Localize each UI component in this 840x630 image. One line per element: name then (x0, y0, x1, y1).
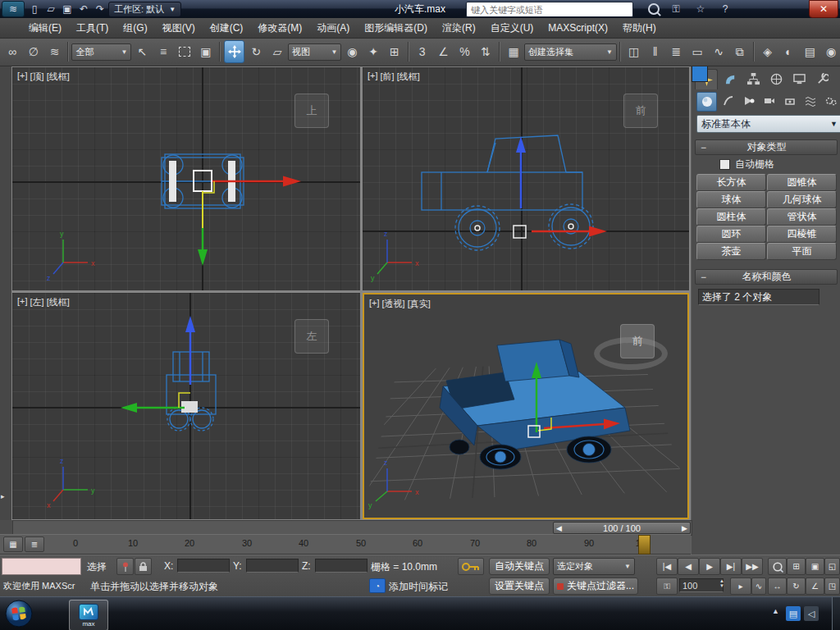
viewport-menu-general[interactable]: [+] (368, 71, 378, 83)
viewport-menu-shading[interactable]: [线框] (47, 71, 70, 83)
current-frame-field[interactable] (679, 578, 724, 592)
menu-customize[interactable]: 自定义(U) (483, 18, 541, 38)
play-icon[interactable]: ▶ (699, 558, 720, 575)
zoom-all-icon[interactable]: ⊞ (787, 558, 806, 575)
named-selection-set-dropdown[interactable]: 创建选择集▼ (524, 43, 617, 61)
viewcube[interactable]: 前 (623, 94, 658, 128)
redo-icon[interactable]: ↷ (92, 2, 108, 16)
taskbar-app-3dsmax[interactable]: max (69, 600, 108, 630)
subtab-helpers[interactable] (780, 92, 799, 110)
undo-icon[interactable]: ↶ (75, 2, 92, 16)
viewport-menu-pov[interactable]: [左] (30, 296, 44, 308)
button-sphere[interactable]: 球体 (696, 191, 766, 208)
subtab-systems[interactable] (821, 92, 840, 110)
previous-frame-icon[interactable]: ◀ (678, 558, 699, 575)
go-to-end-icon[interactable]: ▶▶ (742, 558, 763, 575)
current-frame-marker[interactable] (638, 535, 651, 555)
viewcube[interactable]: 前 (620, 324, 655, 358)
auto-key-button[interactable]: 自动关键点 (489, 558, 550, 575)
search-input[interactable] (466, 2, 633, 17)
button-tube[interactable]: 管状体 (767, 208, 837, 226)
zoom-region-icon[interactable]: ◱ (824, 558, 840, 575)
graphite-ribbon-icon[interactable]: ▭ (687, 41, 707, 62)
align-icon[interactable]: ‖ (646, 41, 665, 62)
set-key-button[interactable]: 设置关键点 (489, 578, 550, 595)
z-coordinate-field[interactable] (315, 559, 368, 573)
track-bar[interactable]: ▦ ≣ 0 10 20 30 40 50 60 70 80 90 100 (0, 534, 691, 555)
select-and-manipulate-icon[interactable]: ✦ (363, 41, 383, 62)
set-key-key-icon[interactable] (458, 558, 484, 575)
menu-rendering[interactable]: 渲染(R) (435, 18, 483, 38)
zoom-icon[interactable] (768, 558, 787, 575)
percent-snap-icon[interactable]: % (454, 41, 474, 62)
key-filters-button[interactable]: 关键点过滤器... (553, 578, 638, 595)
frame-spinner[interactable]: ▲▼ (719, 578, 724, 588)
start-button[interactable] (5, 600, 33, 630)
viewport-front[interactable]: [+] [前] [线框] 前 (363, 67, 689, 290)
viewport-menu-shading[interactable]: [线框] (47, 296, 70, 308)
unlink-icon[interactable]: ∅ (24, 41, 43, 62)
save-icon[interactable]: ▣ (59, 2, 75, 16)
x-coordinate-field[interactable] (177, 559, 230, 573)
zoom-extents-icon[interactable]: ▣ (806, 558, 824, 575)
schematic-view-icon[interactable]: ⧉ (730, 41, 750, 62)
render-production-icon[interactable]: ◉ (821, 41, 840, 62)
help-icon[interactable]: ? (717, 2, 733, 16)
snap-toggle-3d-icon[interactable]: 3 (413, 41, 432, 62)
tab-motion[interactable] (765, 69, 787, 89)
button-pyramid[interactable]: 四棱锥 (767, 226, 837, 243)
maximize-viewport-icon[interactable]: ◳ (824, 578, 840, 595)
curve-editor-icon[interactable]: ∿ (709, 41, 728, 62)
button-cylinder[interactable]: 圆柱体 (696, 208, 766, 226)
frame-forward-arrow[interactable]: ▶ (682, 524, 687, 532)
reference-coordinate-dropdown[interactable]: 视图▼ (288, 43, 341, 61)
subtab-geometry[interactable] (696, 92, 717, 112)
object-color-swatch[interactable] (692, 66, 708, 82)
render-setup-icon[interactable]: ◐ (779, 41, 799, 62)
menu-help[interactable]: 帮助(H) (615, 18, 664, 38)
selection-lock-icon[interactable] (135, 558, 152, 575)
menu-views[interactable]: 视图(V) (155, 18, 203, 38)
subtab-shapes[interactable] (719, 92, 737, 110)
fov-icon[interactable]: ∠ (806, 578, 824, 595)
workspace-dropdown[interactable]: 工作区: 默认 ▼ (108, 2, 181, 17)
tab-modify[interactable] (719, 69, 741, 89)
key-icon[interactable]: ⚿ (668, 2, 684, 16)
select-and-scale-icon[interactable]: ▱ (267, 41, 287, 62)
pan-icon[interactable]: ↔ (768, 578, 787, 595)
frame-back-arrow[interactable]: ◀ (556, 524, 562, 532)
selection-pin-icon[interactable] (116, 558, 134, 575)
app-menu-button[interactable]: ≋ (2, 1, 25, 17)
spinner-snap-icon[interactable]: ⇅ (476, 41, 495, 62)
rollout-object-type[interactable]: − 对象类型 (695, 139, 838, 155)
show-hidden-icons-arrow[interactable]: ▲ (772, 607, 779, 615)
viewcube[interactable]: 上 (294, 94, 329, 128)
select-and-move-icon[interactable] (224, 40, 245, 63)
rollout-name-color[interactable]: − 名称和颜色 (695, 269, 838, 285)
button-plane[interactable]: 平面 (767, 243, 837, 260)
menu-graph-editors[interactable]: 图形编辑器(D) (357, 18, 435, 38)
keyboard-override-icon[interactable]: ⊞ (385, 41, 404, 62)
favorites-star-icon[interactable]: ☆ (692, 2, 709, 16)
viewport-top[interactable]: [+] [顶] [线框] 上 (12, 67, 360, 290)
viewport-perspective[interactable]: [+] [透视] [真实] 前 (363, 293, 689, 519)
sound-toggle-icon[interactable]: ∿ (751, 578, 766, 595)
layer-manager-icon[interactable]: ≣ (666, 41, 686, 62)
button-teapot[interactable]: 茶壶 (696, 243, 766, 260)
go-to-start-icon[interactable]: |◀ (656, 558, 678, 575)
tray-network-icon[interactable]: ▤ (786, 606, 801, 621)
autogrid-checkbox[interactable] (719, 159, 730, 170)
subtab-spacewarps[interactable] (801, 92, 819, 110)
next-frame-icon[interactable]: ▶| (720, 558, 742, 575)
search-icon[interactable] (648, 3, 660, 15)
time-tag-icon[interactable]: ◔ (369, 578, 386, 593)
viewport-menu-general[interactable]: [+] (17, 71, 28, 83)
key-filter-scope-dropdown[interactable]: 选定对象▼ (553, 558, 635, 575)
show-desktop-button[interactable] (832, 597, 840, 630)
next-key-icon[interactable]: ▸ (730, 578, 751, 595)
viewport-menu-pov[interactable]: [顶] (30, 71, 44, 83)
viewport-menu-shading[interactable]: [真实] (408, 298, 431, 310)
time-slider-handle[interactable]: ◀ 100 / 100 ▶ (553, 522, 691, 534)
bind-spacewarp-icon[interactable]: ≋ (45, 41, 65, 62)
viewport-menu-pov[interactable]: [透视] (382, 298, 405, 310)
